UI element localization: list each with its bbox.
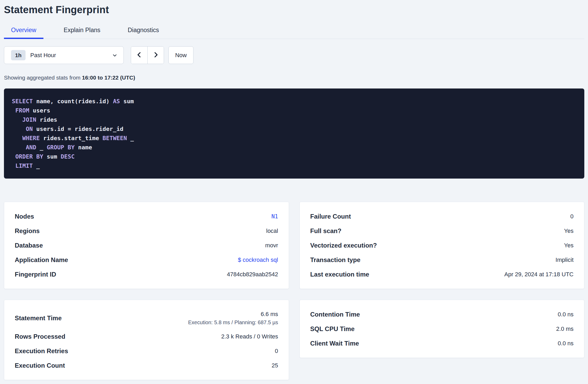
row-value-block: Yes <box>564 228 574 234</box>
row-value-block: 0.0 ns <box>558 311 574 318</box>
summary-row: Contention Time0.0 ns <box>310 307 574 322</box>
sql-statement-text: SELECT name, count(rides.id) AS sum FROM… <box>12 97 576 170</box>
row-label: Execution Retries <box>15 347 68 355</box>
row-label: SQL CPU Time <box>310 325 355 333</box>
row-value: 0 <box>275 348 278 355</box>
page-title: Statement Fingerprint <box>4 4 584 16</box>
row-label: Execution Count <box>15 362 65 369</box>
row-value: 2.0 ms <box>556 326 574 332</box>
row-value: Implicit <box>556 257 574 263</box>
summary-row: Failure Count0 <box>310 209 574 224</box>
row-label: Nodes <box>15 213 34 220</box>
chevron-right-icon <box>152 51 159 59</box>
summary-row: Transaction typeImplicit <box>310 253 574 267</box>
row-value: 4784cb829aab2542 <box>227 271 278 278</box>
row-label: Transaction type <box>310 256 361 264</box>
next-range-button[interactable] <box>147 47 164 64</box>
row-value-block: N1 <box>271 213 278 220</box>
summary-row: Statement Time6.6 msExecution: 5.8 ms / … <box>15 307 278 329</box>
summary-row: Client Wait Time0.0 ns <box>310 336 574 351</box>
row-value-block: $ cockroach sql <box>238 257 278 263</box>
time-range-badge: 1h <box>11 50 26 60</box>
aggregated-stats-note: Showing aggregated stats from 16:00 to 1… <box>4 75 584 81</box>
row-label: Failure Count <box>310 213 351 220</box>
row-value: Yes <box>564 228 574 234</box>
statement-details-card: NodesN1RegionslocalDatabasemovrApplicati… <box>4 202 289 289</box>
chevron-left-icon <box>136 51 143 59</box>
row-label: Database <box>15 242 43 249</box>
time-controls: 1h Past Hour Now <box>4 46 584 64</box>
row-label: Statement Time <box>15 314 62 322</box>
summary-row: Last execution timeApr 29, 2024 at 17:18… <box>310 267 574 282</box>
row-value-block: 2.0 ms <box>556 326 574 332</box>
tab-explain-plans[interactable]: Explain Plans <box>57 24 107 39</box>
summary-row: NodesN1 <box>15 209 278 224</box>
wait-times-card: Contention Time0.0 nsSQL CPU Time2.0 msC… <box>300 300 585 358</box>
statement-fingerprint-page: Statement Fingerprint OverviewExplain Pl… <box>0 4 588 380</box>
summary-row: Databasemovr <box>15 238 278 253</box>
row-value-block: 25 <box>272 362 278 369</box>
aggregated-stats-note-prefix: Showing aggregated stats from <box>4 75 82 81</box>
time-range-label: Past Hour <box>30 52 56 59</box>
row-value: 0.0 ns <box>558 311 574 318</box>
row-label: Regions <box>15 227 40 235</box>
row-value-block: movr <box>265 242 278 249</box>
chevron-down-icon <box>112 52 118 58</box>
row-value: 25 <box>272 362 278 369</box>
row-value-link[interactable]: $ cockroach sql <box>238 257 278 263</box>
row-value: 2.3 k Reads / 0 Writes <box>221 333 278 340</box>
row-value: 6.6 ms <box>261 311 278 318</box>
execution-attributes-card: Failure Count0Full scan?YesVectorized ex… <box>300 202 585 289</box>
row-value: local <box>266 228 278 234</box>
row-value: 0 <box>570 213 574 220</box>
row-label: Full scan? <box>310 227 342 235</box>
now-button[interactable]: Now <box>168 46 193 64</box>
row-label: Rows Processed <box>15 333 65 340</box>
row-value-block: 0 <box>570 213 574 220</box>
row-label: Client Wait Time <box>310 340 359 347</box>
row-label: Last execution time <box>310 271 369 278</box>
statement-times-card: Statement Time6.6 msExecution: 5.8 ms / … <box>4 300 289 380</box>
summary-row: Full scan?Yes <box>310 224 574 238</box>
row-label: Fingerprint ID <box>15 271 56 278</box>
row-value: Yes <box>564 242 574 249</box>
row-value: 0.0 ns <box>558 340 574 347</box>
summary-row: Fingerprint ID4784cb829aab2542 <box>15 267 278 282</box>
summary-row: Execution Retries0 <box>15 344 278 358</box>
summary-row: Rows Processed2.3 k Reads / 0 Writes <box>15 329 278 344</box>
summary-row: Execution Count25 <box>15 358 278 373</box>
summary-row: Vectorized execution?Yes <box>310 238 574 253</box>
summary-row: Application Name$ cockroach sql <box>15 253 278 267</box>
tab-overview[interactable]: Overview <box>4 24 43 39</box>
tab-diagnostics[interactable]: Diagnostics <box>121 24 166 39</box>
previous-range-button[interactable] <box>131 47 147 64</box>
row-label: Contention Time <box>310 311 360 318</box>
summary-row: SQL CPU Time2.0 ms <box>310 322 574 336</box>
row-value-block: Apr 29, 2024 at 17:18 UTC <box>504 271 574 278</box>
row-value-block: 6.6 msExecution: 5.8 ms / Planning: 687.… <box>188 311 278 326</box>
row-label: Vectorized execution? <box>310 242 377 249</box>
summary-row: Regionslocal <box>15 224 278 238</box>
tab-bar: OverviewExplain PlansDiagnostics <box>4 24 584 39</box>
row-value-block: Implicit <box>556 257 574 263</box>
row-value: movr <box>265 242 278 249</box>
sql-statement-box: SELECT name, count(rides.id) AS sum FROM… <box>4 88 584 179</box>
row-value-block: 4784cb829aab2542 <box>227 271 278 278</box>
time-range-dropdown[interactable]: 1h Past Hour <box>4 46 124 64</box>
row-value-link[interactable]: N1 <box>271 213 278 220</box>
row-value: Apr 29, 2024 at 17:18 UTC <box>504 271 574 278</box>
row-value-block: 2.3 k Reads / 0 Writes <box>221 333 278 340</box>
row-value-block: 0.0 ns <box>558 340 574 347</box>
time-range-arrows <box>131 46 164 64</box>
row-value-block: Yes <box>564 242 574 249</box>
row-label: Application Name <box>15 256 68 264</box>
summary-cards: NodesN1RegionslocalDatabasemovrApplicati… <box>4 202 584 380</box>
row-value-block: 0 <box>275 348 278 355</box>
row-subvalue: Execution: 5.8 ms / Planning: 687.5 µs <box>188 319 278 326</box>
row-value-block: local <box>266 228 278 234</box>
aggregated-stats-note-range: 16:00 to 17:22 (UTC) <box>82 75 135 81</box>
